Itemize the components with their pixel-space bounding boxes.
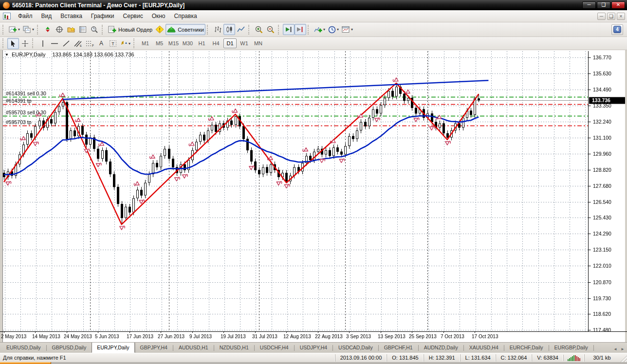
chart-shift-button[interactable] (295, 24, 306, 35)
status-volume: V: 63834 (532, 354, 563, 362)
tab-eurusd-daily[interactable]: EURUSD,Daily (1, 343, 46, 353)
chart-window: ▼ EURJPY,Daily 133.865 134.183 133.606 1… (0, 50, 627, 342)
menu-bar: Файл Вид Вставка Графики Сервис Окно Спр… (0, 10, 627, 22)
crosshair-tool-button[interactable] (19, 38, 31, 49)
chevron-down-icon: ▾ (337, 27, 339, 32)
toolbar-grip[interactable] (32, 38, 35, 48)
timeframe-m5-button[interactable]: M5 (153, 38, 166, 48)
timeframe-h4-button[interactable]: H4 (209, 38, 222, 48)
zoom-out-button[interactable] (265, 24, 277, 35)
toolbar-grip[interactable] (2, 38, 5, 48)
menu-window[interactable]: Окно (148, 11, 170, 21)
timeframe-m30-button[interactable]: M30 (181, 38, 194, 48)
profiles-button[interactable]: ▾ (21, 24, 36, 35)
label-tool-button[interactable]: T (107, 38, 119, 49)
tab-scroll-left-icon[interactable]: ◄ (612, 347, 619, 351)
menu-help[interactable]: Справка (170, 11, 202, 21)
data-window-button[interactable] (54, 24, 65, 35)
tab-gbpusd-daily[interactable]: GBPUSD,Daily (47, 343, 92, 353)
child-minimize-button[interactable]: ─ (597, 13, 606, 20)
toolbar-grip[interactable] (133, 38, 136, 48)
tab-usdjpy-h4[interactable]: USDJPY,H4 (295, 343, 332, 353)
tab-scroll-right-icon[interactable]: ► (619, 347, 626, 351)
new-chart-button[interactable]: ▾ (7, 24, 21, 35)
toolbar-grip[interactable] (2, 25, 5, 35)
text-tool-button[interactable]: A (95, 38, 107, 49)
toolbar-grip[interactable] (102, 25, 104, 35)
window-title: 565018: Panteon Client Terminal - Демо С… (12, 2, 184, 9)
timeframe-d1-button[interactable]: D1 (223, 38, 237, 48)
svg-text:F: F (92, 44, 94, 47)
menu-insert[interactable]: Вставка (56, 11, 87, 21)
status-bar: Для справки, нажмите F1 2013.09.16 00:00… (0, 353, 627, 362)
market-watch-button[interactable] (42, 24, 54, 35)
tab-nzdusd-h1[interactable]: NZDUSD,H1 (214, 343, 254, 353)
toolbar-grip[interactable] (308, 25, 310, 35)
tab-audnzd-daily[interactable]: AUDNZD,Daily (419, 343, 463, 353)
auto-scroll-button[interactable] (283, 24, 295, 35)
connection-progress-bar (0, 362, 627, 364)
arrows-tool-button[interactable]: ▾ (119, 38, 132, 49)
timeframe-w1-button[interactable]: W1 (238, 38, 251, 48)
cursor-tool-button[interactable] (7, 38, 19, 49)
toolbar-grip[interactable] (248, 25, 251, 35)
channel-tool-button[interactable]: E (72, 38, 84, 49)
navigator-button[interactable] (65, 24, 77, 35)
periods-button[interactable]: ▾ (327, 24, 340, 35)
menu-view[interactable]: Вид (37, 11, 56, 21)
expert-advisors-button[interactable]: Советники (166, 24, 205, 35)
toolbar-grip[interactable] (37, 25, 39, 35)
fibonacci-tool-button[interactable]: F (84, 38, 95, 49)
toolbar-grip[interactable] (207, 25, 209, 35)
minimize-button[interactable]: ─ (582, 1, 596, 9)
toolbar-grip[interactable] (278, 25, 280, 35)
horizontal-line-tool-button[interactable] (49, 38, 60, 49)
timeframe-m15-button[interactable]: M15 (167, 38, 180, 48)
chevron-down-icon: ▾ (351, 27, 353, 32)
chevron-down-icon: ▾ (32, 27, 34, 32)
maximize-button[interactable]: ❑ (597, 1, 610, 9)
standard-toolbar: ▾ ▾ Новый Ордер ! Со (0, 22, 627, 37)
timeframe-mn-button[interactable]: MN (252, 38, 265, 48)
chart-tab-bar: EURUSD,Daily GBPUSD,Daily EURJPY,Daily G… (0, 342, 627, 353)
trendline-tool-button[interactable] (60, 38, 72, 49)
tab-eurchf-daily[interactable]: EURCHF,Daily (504, 343, 549, 353)
tab-usdcad-daily[interactable]: USDCAD,Daily (333, 343, 378, 353)
tab-eurgbp-daily[interactable]: EURGBP,Daily (549, 343, 593, 353)
price-chart-canvas[interactable] (0, 50, 627, 342)
menu-file[interactable]: Файл (14, 11, 37, 21)
vertical-line-tool-button[interactable] (37, 38, 49, 49)
timeframe-m1-button[interactable]: M1 (139, 38, 152, 48)
menu-service[interactable]: Сервис (119, 11, 148, 21)
tab-eurjpy-daily[interactable]: EURJPY,Daily (92, 342, 134, 353)
tab-audusd-h1[interactable]: AUDUSD,H1 (173, 343, 214, 353)
mql-alert-icon[interactable]: ! (154, 24, 166, 35)
indicators-button[interactable]: ▾ (313, 24, 327, 35)
svg-text:!: ! (159, 27, 160, 33)
zoom-in-button[interactable] (253, 24, 265, 35)
bar-chart-type-button[interactable] (212, 24, 223, 35)
resize-grip[interactable] (619, 354, 627, 362)
new-order-button[interactable]: Новый Ордер (107, 24, 154, 35)
tab-usdchf-h4[interactable]: USDCHF,H4 (255, 343, 294, 353)
strategy-tester-button[interactable] (89, 24, 100, 35)
community-button[interactable]: 4 (611, 24, 623, 35)
candlestick-chart-type-button[interactable] (223, 24, 235, 35)
tab-gbpchf-h1[interactable]: GBPCHF,H1 (379, 343, 418, 353)
tab-xauusd-h4[interactable]: XAUUSD,H4 (464, 343, 504, 353)
child-restore-button[interactable]: ❏ (607, 13, 615, 20)
tab-gbpjpy-h4[interactable]: GBPJPY,H4 (135, 343, 173, 353)
timeframe-h1-button[interactable]: H1 (195, 38, 208, 48)
mql-community-icon: 4 (613, 26, 621, 33)
line-chart-type-button[interactable] (235, 24, 247, 35)
chart-symbol-header: ▼ EURJPY,Daily 133.865 134.183 133.606 1… (5, 52, 134, 57)
status-traffic-kb: 30/1 kb (584, 354, 619, 362)
collapse-indicator-icon[interactable]: ▼ (5, 53, 9, 57)
new-order-label: Новый Ордер (118, 27, 152, 33)
templates-button[interactable]: ▾ (340, 24, 354, 35)
chart-document-icon[interactable] (3, 13, 11, 19)
close-button[interactable]: ✕ (611, 1, 625, 9)
child-close-button[interactable]: × (617, 13, 625, 20)
menu-charts[interactable]: Графики (87, 11, 119, 21)
terminal-button[interactable] (77, 24, 89, 35)
